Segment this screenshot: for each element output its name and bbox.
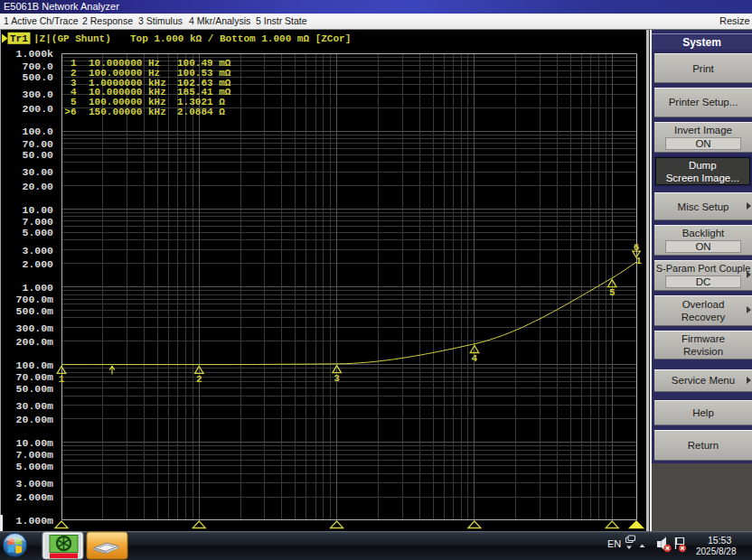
- svg-text:500.0: 500.0: [22, 71, 53, 83]
- svg-text:5.000m: 5.000m: [16, 461, 54, 472]
- svg-text:10.00m: 10.00m: [16, 437, 54, 449]
- svg-text:30.00: 30.00: [22, 166, 53, 178]
- svg-text:150.00000 kHz: 150.00000 kHz: [89, 107, 166, 117]
- svg-text:>6: >6: [64, 107, 76, 117]
- svg-text:700.0m: 700.0m: [16, 294, 54, 305]
- svg-text:2: 2: [196, 374, 202, 385]
- svg-text:4: 4: [472, 353, 478, 364]
- svg-text:2.000m: 2.000m: [16, 491, 54, 503]
- svg-text:1.000k: 1.000k: [16, 48, 54, 60]
- svg-text:5: 5: [609, 287, 616, 298]
- svg-text:7.000m: 7.000m: [16, 449, 54, 461]
- svg-text:1: 1: [635, 256, 642, 266]
- svg-text:5.000: 5.000: [22, 227, 53, 238]
- svg-text:Top 1.000 kΩ / Bottom 1.000 mΩ: Top 1.000 kΩ / Bottom 1.000 mΩ [ZCor]: [130, 33, 351, 44]
- svg-text:700.0: 700.0: [22, 61, 53, 72]
- svg-text:300.0: 300.0: [22, 89, 53, 100]
- svg-text:50.00m: 50.00m: [16, 383, 54, 395]
- svg-text:100.0: 100.0: [22, 126, 53, 137]
- svg-text:200.0m: 200.0m: [16, 336, 54, 348]
- svg-text:|Z|(GP Shunt): |Z|(GP Shunt): [33, 33, 111, 44]
- svg-text:2.0884 Ω: 2.0884 Ω: [177, 107, 225, 117]
- svg-text:2.000: 2.000: [22, 258, 53, 270]
- svg-text:50.00: 50.00: [22, 149, 53, 161]
- svg-text:70.00m: 70.00m: [16, 371, 54, 383]
- svg-text:30.00m: 30.00m: [16, 400, 54, 412]
- svg-text:3.000: 3.000: [22, 245, 53, 257]
- svg-text:1.000m: 1.000m: [16, 515, 54, 527]
- svg-text:3: 3: [334, 373, 340, 384]
- svg-text:200.0: 200.0: [22, 103, 53, 115]
- svg-text:7.000: 7.000: [22, 216, 53, 228]
- svg-text:10.00: 10.00: [22, 204, 53, 216]
- svg-text:100.0m: 100.0m: [16, 359, 54, 371]
- svg-text:300.0m: 300.0m: [16, 322, 54, 334]
- svg-text:Tr1: Tr1: [10, 33, 28, 44]
- svg-text:500.0m: 500.0m: [16, 305, 54, 317]
- svg-text:1.000: 1.000: [22, 282, 53, 294]
- svg-text:20.00: 20.00: [22, 181, 53, 192]
- svg-text:1: 1: [59, 374, 65, 385]
- svg-text:3.000m: 3.000m: [16, 478, 54, 490]
- svg-text:70.00: 70.00: [22, 138, 53, 150]
- svg-text:20.00m: 20.00m: [16, 414, 54, 425]
